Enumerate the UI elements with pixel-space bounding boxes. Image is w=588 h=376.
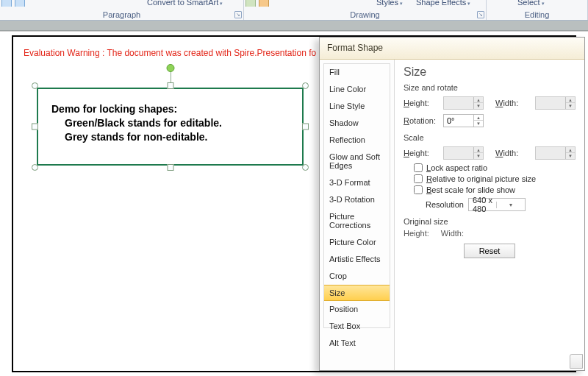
text-box-shape[interactable]: Demo for locking shapes: Green/Black sta…: [37, 88, 304, 166]
resize-handle-tm[interactable]: [167, 82, 173, 89]
styles-menu[interactable]: Styles▾: [376, 0, 403, 7]
chevron-down-icon[interactable]: ▾: [496, 202, 525, 208]
group-label-editing: Editing: [525, 10, 550, 19]
original-size-subhead: Original size: [404, 217, 576, 226]
up-icon[interactable]: ▲: [474, 115, 483, 121]
scale-height-spinner[interactable]: ▲▼: [443, 146, 484, 160]
rotation-label: Rotation:: [404, 116, 439, 125]
resize-handle-ml[interactable]: [32, 124, 38, 130]
resize-handle-tl[interactable]: [32, 82, 38, 89]
down-icon[interactable]: ▼: [474, 103, 483, 109]
convert-to-smartart[interactable]: Convert to SmartArt▾: [147, 0, 223, 7]
rotation-stem: [171, 71, 171, 83]
height-spinner[interactable]: ▲▼: [443, 96, 484, 110]
resize-handle-br[interactable]: [302, 164, 309, 171]
shape-line1: Demo for locking shapes:: [51, 102, 302, 116]
orig-width-label: Width:: [441, 229, 464, 238]
chevron-down-icon: ▾: [400, 1, 403, 7]
category-shadow[interactable]: Shadow: [324, 115, 390, 132]
slide-canvas[interactable]: Evaluation Warning : The document was cr…: [0, 31, 588, 376]
oval-icon[interactable]: [259, 0, 269, 7]
category-glow-and-soft-edges[interactable]: Glow and Soft Edges: [324, 149, 390, 174]
dialog-size-pane: Size Size and rotate Height: ▲▼ Width: ▲…: [395, 60, 584, 370]
down-icon[interactable]: ▼: [474, 153, 483, 159]
group-label-drawing: Drawing: [350, 10, 379, 19]
dialog-title[interactable]: Format Shape: [320, 38, 584, 60]
width-spinner[interactable]: ▲▼: [535, 96, 576, 110]
shape-effects-menu[interactable]: Shape Effects▾: [416, 0, 470, 7]
reset-button[interactable]: Reset: [464, 244, 516, 258]
category-reflection[interactable]: Reflection: [324, 132, 390, 149]
category-alt-text[interactable]: Alt Text: [324, 335, 390, 352]
category-size[interactable]: Size: [324, 285, 390, 301]
resolution-picker[interactable]: 640 x 480▾: [468, 198, 526, 211]
rectangle-icon[interactable]: [245, 0, 256, 7]
rotation-handle[interactable]: [166, 64, 174, 72]
scale-subhead: Scale: [404, 133, 576, 142]
shape-line2: Green/Black stands for editable.: [51, 116, 302, 130]
height-input[interactable]: [444, 97, 473, 109]
ribbon-group-drawing: Styles▾ Shape Effects▾ Drawing ↘: [244, 0, 487, 20]
down-icon[interactable]: ▼: [566, 153, 575, 159]
category-line-style[interactable]: Line Style: [324, 98, 390, 115]
rotation-input[interactable]: [444, 115, 473, 127]
category-fill[interactable]: Fill: [324, 64, 390, 81]
rotation-spinner[interactable]: ▲▼: [443, 114, 484, 127]
resize-handle-mr[interactable]: [302, 124, 309, 130]
resize-handle-tr[interactable]: [302, 82, 309, 89]
ribbon-group-paragraph: Convert to SmartArt▾ Paragraph ↘: [0, 0, 244, 20]
scale-width-label: Width:: [495, 149, 531, 157]
number-icon[interactable]: [15, 0, 25, 7]
size-rotate-subhead: Size and rotate: [404, 83, 576, 92]
chevron-down-icon: ▾: [542, 1, 545, 7]
up-icon[interactable]: ▲: [566, 147, 575, 153]
select-menu[interactable]: Select▾: [517, 0, 545, 7]
category-line-color[interactable]: Line Color: [324, 81, 390, 98]
resolution-label: Resolution: [426, 200, 464, 209]
relative-size-checkbox[interactable]: Relative to original picture size: [414, 174, 576, 183]
category-picture-color[interactable]: Picture Color: [324, 234, 390, 251]
category-crop[interactable]: Crop: [324, 268, 390, 285]
resize-handle-bm[interactable]: [167, 164, 173, 171]
width-label: Width:: [495, 99, 531, 107]
evaluation-warning: Evaluation Warning : The document was cr…: [24, 48, 316, 58]
category-3-d-rotation[interactable]: 3-D Rotation: [324, 191, 390, 208]
up-icon[interactable]: ▲: [474, 97, 483, 103]
resolution-value: 640 x 480: [469, 196, 497, 213]
chevron-down-icon: ▾: [467, 1, 470, 7]
dialog-category-pane: FillLine ColorLine StyleShadowReflection…: [320, 60, 395, 370]
down-icon[interactable]: ▼: [474, 121, 483, 127]
height-label: Height:: [404, 99, 439, 107]
up-icon[interactable]: ▲: [474, 147, 483, 153]
up-icon[interactable]: ▲: [566, 97, 575, 103]
category-list: FillLine ColorLine StyleShadowReflection…: [323, 63, 390, 328]
width-input[interactable]: [536, 97, 565, 109]
shape-text: Demo for locking shapes: Green/Black sta…: [38, 89, 302, 144]
orig-height-label: Height:: [404, 229, 429, 238]
category-artistic-effects[interactable]: Artistic Effects: [324, 251, 390, 268]
group-label-paragraph: Paragraph: [103, 10, 140, 19]
ribbon-group-editing: Select▾ Editing: [487, 0, 588, 20]
best-scale-input[interactable]: [414, 185, 423, 194]
dialog-button-sliver[interactable]: [570, 354, 583, 369]
size-heading: Size: [404, 65, 576, 79]
best-scale-checkbox[interactable]: Best scale for slide show: [414, 185, 576, 194]
dialog-launcher-icon[interactable]: ↘: [234, 11, 242, 18]
selected-shape[interactable]: Demo for locking shapes: Green/Black sta…: [32, 83, 308, 170]
lock-aspect-input[interactable]: [414, 163, 423, 172]
scale-height-label: Height:: [404, 149, 439, 157]
scale-width-input[interactable]: [536, 147, 565, 159]
lock-aspect-checkbox[interactable]: LLock aspect ratioock aspect ratio: [414, 163, 576, 172]
resize-handle-bl[interactable]: [32, 164, 38, 171]
workspace-spacer: [0, 21, 588, 31]
dialog-launcher-icon[interactable]: ↘: [477, 11, 484, 18]
category-text-box[interactable]: Text Box: [324, 318, 390, 335]
category-position[interactable]: Position: [324, 301, 390, 318]
bullets-icon[interactable]: [1, 0, 12, 7]
scale-height-input[interactable]: [444, 147, 473, 159]
category-3-d-format[interactable]: 3-D Format: [324, 174, 390, 191]
category-picture-corrections[interactable]: Picture Corrections: [324, 208, 390, 234]
down-icon[interactable]: ▼: [566, 103, 575, 109]
relative-size-input[interactable]: [414, 174, 423, 183]
scale-width-spinner[interactable]: ▲▼: [535, 146, 576, 160]
